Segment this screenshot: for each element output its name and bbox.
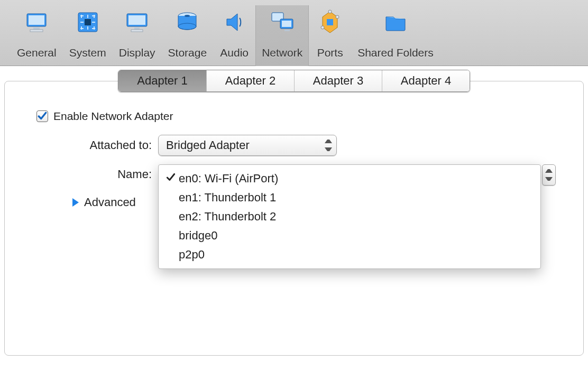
- name-option[interactable]: en1: Thunderbolt 1: [159, 188, 540, 207]
- disk-icon: [172, 7, 202, 37]
- toolbar-item-display[interactable]: Display: [113, 5, 162, 66]
- settings-toolbar: General System: [0, 0, 588, 66]
- toolbar-label: System: [69, 47, 106, 59]
- adapter-tabs: Adapter 1 Adapter 2 Adapter 3 Adapter 4: [118, 70, 470, 92]
- svg-point-33: [321, 26, 324, 29]
- ports-icon: [315, 7, 345, 37]
- enable-adapter-label: Enable Network Adapter: [53, 110, 173, 123]
- display-icon: [122, 7, 152, 37]
- name-option[interactable]: bridge0: [159, 226, 540, 245]
- toolbar-item-system[interactable]: System: [63, 5, 113, 66]
- svg-rect-27: [282, 21, 291, 27]
- name-option[interactable]: p2p0: [159, 245, 540, 264]
- tab-adapter-1[interactable]: Adapter 1: [118, 70, 206, 91]
- svg-rect-3: [30, 30, 43, 32]
- toolbar-label: Audio: [220, 47, 249, 59]
- checkmark-icon: [166, 172, 179, 186]
- tab-adapter-3[interactable]: Adapter 3: [294, 70, 382, 91]
- tab-adapter-4[interactable]: Adapter 4: [382, 70, 470, 91]
- svg-point-32: [336, 15, 339, 18]
- attached-to-label: Attached to:: [21, 138, 158, 152]
- combobox-stepper-icon: [325, 140, 332, 151]
- toolbar-item-shared-folders[interactable]: Shared Folders: [351, 5, 440, 66]
- svg-rect-2: [33, 27, 40, 30]
- svg-rect-20: [134, 27, 140, 30]
- enable-adapter-checkbox[interactable]: [36, 110, 48, 122]
- svg-rect-1: [29, 15, 44, 25]
- svg-point-24: [185, 15, 190, 17]
- svg-rect-28: [284, 30, 290, 31]
- toolbar-label: Ports: [317, 47, 343, 59]
- disclosure-triangle-icon: [72, 198, 79, 207]
- folder-icon: [381, 7, 410, 37]
- toolbar-item-general[interactable]: General: [11, 5, 63, 66]
- monitor-icon: [22, 7, 51, 37]
- toolbar-item-network[interactable]: Network: [255, 5, 309, 66]
- toolbar-label: Network: [262, 47, 302, 59]
- name-label: Name:: [21, 164, 158, 181]
- toolbar-label: Storage: [168, 47, 207, 59]
- network-icon: [268, 7, 297, 37]
- chip-icon: [73, 7, 103, 37]
- name-combobox-stepper[interactable]: [542, 164, 556, 186]
- toolbar-label: Shared Folders: [357, 47, 434, 59]
- stepper-icon: [545, 169, 553, 181]
- svg-rect-19: [128, 15, 145, 25]
- toolbar-item-ports[interactable]: Ports: [309, 5, 351, 66]
- toolbar-label: Display: [119, 47, 155, 59]
- network-adapter-group: Adapter 1 Adapter 2 Adapter 3 Adapter 4 …: [4, 81, 584, 356]
- name-dropdown-popup: en0: Wi-Fi (AirPort) en1: Thunderbolt 1 …: [158, 164, 541, 269]
- speaker-icon: [219, 7, 249, 37]
- attached-to-combobox[interactable]: Bridged Adapter: [158, 135, 337, 156]
- toolbar-item-storage[interactable]: Storage: [162, 5, 214, 66]
- svg-rect-30: [327, 19, 333, 25]
- toolbar-label: General: [17, 47, 57, 59]
- tab-adapter-2[interactable]: Adapter 2: [206, 70, 294, 91]
- svg-rect-5: [85, 19, 91, 25]
- toolbar-item-audio[interactable]: Audio: [213, 5, 255, 66]
- svg-point-31: [328, 10, 332, 13]
- advanced-label: Advanced: [84, 196, 136, 209]
- attached-to-value: Bridged Adapter: [166, 138, 250, 152]
- svg-rect-21: [131, 30, 143, 32]
- name-option[interactable]: en0: Wi-Fi (AirPort): [159, 169, 540, 188]
- name-option[interactable]: en2: Thunderbolt 2: [159, 207, 540, 226]
